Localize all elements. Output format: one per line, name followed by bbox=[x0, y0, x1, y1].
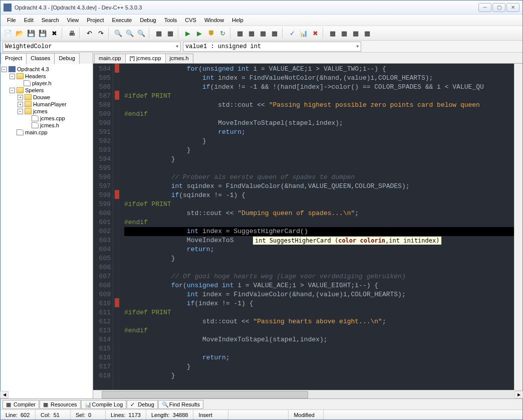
tree-folder-human[interactable]: +HumanPlayer bbox=[2, 101, 92, 108]
file-tab-jcmes-h[interactable]: jcmes.h bbox=[165, 54, 193, 63]
tree-file[interactable]: jcmes.cpp bbox=[2, 115, 92, 122]
step-out-icon[interactable]: ▦ bbox=[269, 28, 280, 39]
menu-debug[interactable]: Debug bbox=[136, 16, 159, 25]
replace-icon[interactable]: 🔍 bbox=[124, 28, 135, 39]
menu-project[interactable]: Project bbox=[83, 16, 107, 25]
run-icon[interactable]: ▶ bbox=[194, 28, 205, 39]
menu-view[interactable]: View bbox=[64, 16, 83, 25]
redo-icon[interactable]: ↷ bbox=[95, 28, 106, 39]
debug-tab-icon: ✓ bbox=[130, 401, 136, 407]
rebuild-icon[interactable]: ↻ bbox=[217, 28, 228, 39]
project-tree[interactable]: −Opdracht 4.3 −Headers player.h −Spelers… bbox=[1, 64, 93, 398]
status-insert: Insert bbox=[193, 410, 228, 419]
status-modified: Modified bbox=[289, 410, 324, 419]
add-file-icon[interactable]: ▦ bbox=[339, 28, 350, 39]
status-lines: 1173 bbox=[128, 412, 140, 418]
window-title: Opdracht 4.3 - [Opdracht 4.3.dev] - Dev-… bbox=[15, 5, 478, 11]
app-icon bbox=[4, 4, 12, 12]
status-col: 51 bbox=[54, 412, 60, 418]
save-icon[interactable]: 💾 bbox=[26, 28, 37, 39]
code-area[interactable]: for(unsigned int i = VALUE_ACE;i > VALUE… bbox=[120, 64, 514, 390]
class-combo[interactable]: WeightedColor ▼ bbox=[3, 42, 181, 52]
tab-debug-side[interactable]: Debug bbox=[54, 53, 79, 64]
line-gutter: 5845855865875885895905915925935945955965… bbox=[93, 64, 113, 390]
member-combo-value: value1 : unsigned int bbox=[185, 43, 261, 50]
file-tab-main[interactable]: main.cpp bbox=[94, 54, 126, 63]
find-in-files-icon[interactable]: 🔍 bbox=[136, 28, 147, 39]
debug-icon[interactable]: ▦ bbox=[234, 28, 245, 39]
menu-tools[interactable]: Tools bbox=[161, 16, 181, 25]
tab-debug[interactable]: ✓Debug bbox=[127, 400, 157, 409]
param-tooltip: int SuggestHigherCard (color colorin,int… bbox=[252, 236, 442, 245]
output-tabs: ▦Compiler ▦Resources 📊Compile Log ✓Debug… bbox=[1, 398, 522, 409]
tree-folder-jcmes[interactable]: −jcmes bbox=[2, 108, 92, 115]
find-icon[interactable]: 🔍 bbox=[113, 28, 124, 39]
member-combo[interactable]: value1 : unsigned int ▼ bbox=[183, 42, 361, 52]
chevron-down-icon: ▼ bbox=[356, 44, 359, 49]
menu-search[interactable]: Search bbox=[38, 16, 63, 25]
save-all-icon[interactable]: 💾 bbox=[37, 28, 48, 39]
status-length: 34888 bbox=[173, 412, 188, 418]
tree-folder-spelers[interactable]: −Spelers bbox=[2, 87, 92, 94]
step-over-icon[interactable]: ▦ bbox=[257, 28, 269, 39]
class-combo-value: WeightedColor bbox=[5, 43, 52, 50]
chevron-down-icon: ▼ bbox=[176, 44, 178, 49]
tab-compiler[interactable]: ▦Compiler bbox=[3, 400, 39, 409]
maximize-button[interactable]: ▢ bbox=[492, 3, 505, 12]
menu-edit[interactable]: Edit bbox=[21, 16, 37, 25]
vertical-scrollbar[interactable] bbox=[514, 64, 522, 390]
find-icon: 🔍 bbox=[162, 401, 168, 407]
tree-file[interactable]: player.h bbox=[2, 80, 92, 87]
statusbar: Line: 602 Col: 51 Sel: 0 Lines: 1173 Len… bbox=[1, 409, 522, 419]
tree-file[interactable]: main.cpp bbox=[2, 129, 92, 136]
tab-classes[interactable]: Classes bbox=[26, 53, 55, 64]
new-project-icon[interactable]: ▦ bbox=[327, 28, 338, 39]
tree-root[interactable]: −Opdracht 4.3 bbox=[2, 66, 92, 73]
tree-folder-headers[interactable]: −Headers bbox=[2, 73, 92, 80]
undo-icon[interactable]: ↶ bbox=[84, 28, 95, 39]
compiler-icon: ▦ bbox=[6, 401, 12, 407]
new-file-icon[interactable]: 📄 bbox=[3, 28, 14, 39]
scroll-thumb[interactable] bbox=[102, 391, 308, 398]
compile-icon[interactable]: ▶ bbox=[182, 28, 193, 39]
menu-cvs[interactable]: CVS bbox=[181, 16, 200, 25]
toolbar: 📄 📂 💾 💾 ✖ 🖶 ↶ ↷ 🔍 🔍 🔍 ▦ ▦ ▶ ▶ ⛊ ↻ ▦ ▦ ▦ … bbox=[1, 26, 522, 41]
print-icon[interactable]: 🖶 bbox=[66, 28, 77, 39]
scroll-right-icon[interactable]: ▶ bbox=[514, 391, 522, 398]
menu-window[interactable]: Window bbox=[201, 16, 227, 25]
tab-project[interactable]: Project bbox=[1, 53, 27, 64]
project-options-icon[interactable]: ▦ bbox=[362, 28, 373, 39]
profile-icon[interactable]: 📊 bbox=[298, 28, 309, 39]
remove-file-icon[interactable]: ▦ bbox=[350, 28, 361, 39]
tab-resources[interactable]: ▦Resources bbox=[40, 400, 81, 409]
log-icon: 📊 bbox=[85, 401, 91, 407]
tab-find-results[interactable]: 🔍Find Results bbox=[158, 400, 203, 409]
tab-compile-log[interactable]: 📊Compile Log bbox=[81, 400, 127, 409]
clean-icon[interactable]: ✖ bbox=[310, 28, 321, 39]
fold-column[interactable] bbox=[113, 64, 120, 390]
close-file-icon[interactable]: ✖ bbox=[49, 28, 60, 39]
menu-execute[interactable]: Execute bbox=[108, 16, 135, 25]
step-icon[interactable]: ▦ bbox=[246, 28, 257, 39]
tree-file[interactable]: jcmes.h bbox=[2, 122, 92, 129]
tree-folder-douwe[interactable]: +Douwe bbox=[2, 94, 92, 101]
check-icon[interactable]: ✓ bbox=[287, 28, 298, 39]
horizontal-scrollbar[interactable]: ◀ ▶ bbox=[93, 390, 522, 398]
menubar: File Edit Search View Project Execute De… bbox=[1, 15, 522, 26]
status-line: 602 bbox=[21, 412, 30, 418]
goto-icon[interactable]: ▦ bbox=[153, 28, 164, 39]
open-icon[interactable]: 📂 bbox=[14, 28, 25, 39]
close-button[interactable]: ✕ bbox=[506, 3, 519, 12]
titlebar[interactable]: Opdracht 4.3 - [Opdracht 4.3.dev] - Dev-… bbox=[1, 1, 522, 15]
code-editor[interactable]: 5845855865875885895905915925935945955965… bbox=[93, 64, 522, 390]
file-tab-jcmes-cpp[interactable]: [*] jcmes.cpp bbox=[125, 54, 166, 63]
resources-icon: ▦ bbox=[43, 401, 49, 407]
menu-file[interactable]: File bbox=[4, 16, 20, 25]
menu-help[interactable]: Help bbox=[228, 16, 247, 25]
status-sel: 0 bbox=[88, 412, 91, 418]
bookmark-icon[interactable]: ▦ bbox=[165, 28, 176, 39]
compile-run-icon[interactable]: ⛊ bbox=[205, 28, 216, 39]
minimize-button[interactable]: ─ bbox=[478, 3, 491, 12]
